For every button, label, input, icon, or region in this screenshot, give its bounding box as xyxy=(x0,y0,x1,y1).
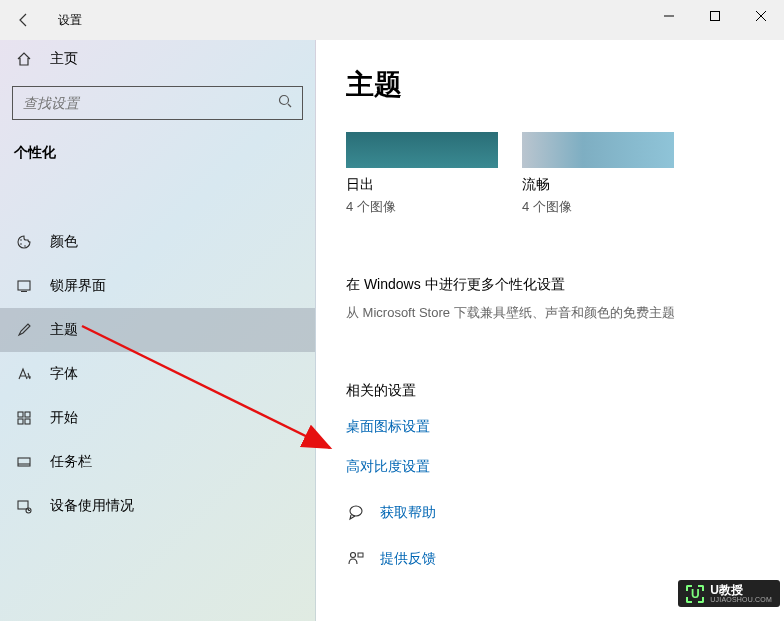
svg-point-5 xyxy=(20,243,22,245)
palette-icon xyxy=(14,234,34,250)
device-icon xyxy=(14,498,34,514)
window-title: 设置 xyxy=(58,12,82,29)
svg-rect-1 xyxy=(711,12,720,21)
nav-label: 锁屏界面 xyxy=(50,277,106,295)
lockscreen-icon xyxy=(14,278,34,294)
nav-item-taskbar[interactable]: 任务栏 xyxy=(0,440,315,484)
nav-item-start[interactable]: 开始 xyxy=(0,396,315,440)
nav-label: 颜色 xyxy=(50,233,78,251)
give-feedback-row[interactable]: 提供反馈 xyxy=(346,550,754,568)
window-controls xyxy=(646,0,784,32)
svg-rect-15 xyxy=(18,501,28,509)
theme-name: 日出 xyxy=(346,176,498,194)
nav-item-themes[interactable]: 主题 xyxy=(0,308,315,352)
sidebar: 主页 个性化 颜色 锁屏界面 主题 xyxy=(0,40,316,621)
section-title: 个性化 xyxy=(0,132,315,174)
svg-rect-12 xyxy=(25,419,30,424)
get-help-row[interactable]: 获取帮助 xyxy=(346,504,754,522)
nav-list: 颜色 锁屏界面 主题 字体 开始 任务栏 xyxy=(0,220,315,528)
search-box[interactable] xyxy=(12,86,303,120)
svg-rect-10 xyxy=(25,412,30,417)
svg-point-2 xyxy=(280,96,289,105)
theme-thumbnail xyxy=(522,132,674,168)
theme-name: 流畅 xyxy=(522,176,674,194)
watermark-brand: U教授 xyxy=(710,584,772,596)
nav-label: 任务栏 xyxy=(50,453,92,471)
feedback-icon xyxy=(346,550,366,568)
svg-rect-13 xyxy=(18,458,30,466)
nav-label: 开始 xyxy=(50,409,78,427)
nav-item-device-usage[interactable]: 设备使用情况 xyxy=(0,484,315,528)
related-settings-title: 相关的设置 xyxy=(346,382,754,400)
theme-count: 4 个图像 xyxy=(522,198,674,216)
theme-thumbnail xyxy=(346,132,498,168)
svg-rect-11 xyxy=(18,419,23,424)
back-button[interactable] xyxy=(8,4,40,36)
page-title: 主题 xyxy=(346,66,754,104)
minimize-button[interactable] xyxy=(646,0,692,32)
get-help-link: 获取帮助 xyxy=(380,504,436,522)
theme-count: 4 个图像 xyxy=(346,198,498,216)
search-icon xyxy=(278,94,292,112)
nav-item-lockscreen[interactable]: 锁屏界面 xyxy=(0,264,315,308)
svg-rect-9 xyxy=(18,412,23,417)
nav-item-colors[interactable]: 颜色 xyxy=(0,220,315,264)
watermark-logo-icon: U xyxy=(686,585,704,603)
nav-label: 主题 xyxy=(50,321,78,339)
svg-point-6 xyxy=(24,245,26,247)
titlebar: 设置 xyxy=(0,0,784,40)
svg-rect-19 xyxy=(358,553,363,557)
watermark: U U教授 UJIAOSHOU.COM xyxy=(678,580,780,607)
home-label: 主页 xyxy=(50,50,78,68)
start-icon xyxy=(14,410,34,426)
content-area: 主题 日出 4 个图像 流畅 4 个图像 在 Windows 中进行更多个性化设… xyxy=(316,40,784,621)
theme-card-fluent[interactable]: 流畅 4 个图像 xyxy=(522,132,674,216)
themes-row: 日出 4 个图像 流畅 4 个图像 xyxy=(346,132,754,216)
nav-label: 设备使用情况 xyxy=(50,497,134,515)
link-high-contrast-settings[interactable]: 高对比度设置 xyxy=(346,458,754,476)
search-input[interactable] xyxy=(23,95,278,111)
svg-point-4 xyxy=(20,239,22,241)
svg-point-18 xyxy=(351,553,356,558)
svg-line-3 xyxy=(288,104,291,107)
close-button[interactable] xyxy=(738,0,784,32)
nav-label: 字体 xyxy=(50,365,78,383)
link-desktop-icon-settings[interactable]: 桌面图标设置 xyxy=(346,418,754,436)
more-personalization-sub: 从 Microsoft Store 下载兼具壁纸、声音和颜色的免费主题 xyxy=(346,304,754,322)
svg-point-17 xyxy=(350,506,362,516)
maximize-button[interactable] xyxy=(692,0,738,32)
taskbar-icon xyxy=(14,454,34,470)
theme-card-sunrise[interactable]: 日出 4 个图像 xyxy=(346,132,498,216)
font-icon xyxy=(14,366,34,382)
home-icon xyxy=(14,51,34,67)
svg-rect-7 xyxy=(18,281,30,290)
give-feedback-link: 提供反馈 xyxy=(380,550,436,568)
help-icon xyxy=(346,504,366,522)
svg-rect-8 xyxy=(21,291,27,292)
more-personalization-title: 在 Windows 中进行更多个性化设置 xyxy=(346,276,754,294)
nav-item-fonts[interactable]: 字体 xyxy=(0,352,315,396)
home-nav[interactable]: 主页 xyxy=(0,40,315,78)
watermark-url: UJIAOSHOU.COM xyxy=(710,596,772,603)
brush-icon xyxy=(14,322,34,338)
